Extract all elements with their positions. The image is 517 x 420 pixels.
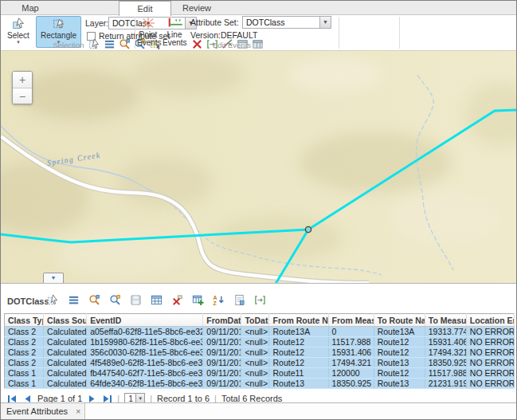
svg-text:Z: Z: [213, 300, 217, 306]
table-cell: 1b159980-62f8-11e5-8bc6-ee32641d5ec9: [87, 337, 203, 347]
table-cell: 09/11/2015: [203, 368, 241, 379]
layer-label: Layer:: [85, 18, 108, 28]
save-edits-icon[interactable]: [130, 294, 143, 307]
bottom-tab-bar: Event Attributes×: [1, 402, 516, 419]
table-cell: NO ERROR: [466, 368, 514, 379]
point-events-label: Point Events: [137, 31, 159, 47]
attribute-table: Class TypeClass SourceEventIDFromDateToD…: [4, 313, 515, 389]
append-records-icon[interactable]: [192, 294, 205, 307]
table-row[interactable]: Class 2Calculateda05effa0-62f8-11e5-8bc6…: [5, 327, 515, 337]
table-cell: Route13A: [374, 327, 425, 337]
panel-tools-row: AZ: [47, 294, 267, 307]
close-tab-icon[interactable]: ×: [76, 406, 80, 416]
point-events-button[interactable]: Point Events: [136, 16, 160, 48]
attribute-set-dropdown-arrow-icon[interactable]: ▼: [319, 17, 331, 28]
column-header-from-route-name[interactable]: From Route Name: [269, 314, 328, 327]
show-table-icon[interactable]: [151, 294, 163, 307]
table-cell: 21231.919: [425, 379, 466, 389]
table-cell: Calculated: [44, 327, 87, 337]
table-cell: Route12: [374, 337, 425, 347]
table-cell: Class 2: [5, 327, 44, 337]
table-row[interactable]: Class 1Calculatedfb447540-62f7-11e5-8bc6…: [5, 368, 515, 379]
table-cell: Route12: [269, 358, 328, 368]
table-cell: 19313.774: [425, 327, 466, 337]
column-header-to-route-name[interactable]: To Route Name: [374, 314, 425, 327]
table-cell: 18350.925: [328, 379, 374, 389]
table-cell: NO ERROR: [466, 379, 514, 389]
attribute-set-dropdown[interactable]: DOTClass ▼: [242, 16, 331, 29]
table-cell: NO ERROR: [466, 337, 514, 347]
options-menu-icon[interactable]: [68, 294, 80, 307]
column-header-to-measure[interactable]: To Measure: [425, 314, 466, 327]
table-cell: Class 1: [5, 368, 44, 379]
table-cell: <null>: [241, 368, 269, 379]
select-dropdown-caret[interactable]: ▾: [4, 40, 33, 44]
route-junction-marker[interactable]: [305, 226, 311, 232]
table-cell: a05effa0-62f8-11e5-8bc6-ee32641d5ec9: [87, 327, 203, 337]
select-records-icon[interactable]: [47, 294, 60, 307]
attribute-table-container: Class TypeClass SourceEventIDFromDateToD…: [4, 313, 513, 389]
table-cell: NO ERROR: [466, 358, 514, 368]
column-header-location-error[interactable]: Location Error: [466, 314, 514, 327]
previous-page-icon[interactable]: [22, 394, 33, 403]
table-cell: 0: [328, 327, 374, 337]
table-cell: Calculated: [44, 358, 87, 368]
page-number-value: 1: [128, 394, 133, 403]
table-row[interactable]: Class 2Calculated1b159980-62f8-11e5-8bc6…: [5, 337, 515, 347]
zoom-to-selection-icon[interactable]: [119, 38, 131, 51]
table-cell: 356c0030-62f8-11e5-8bc6-ee32641d5ec9: [87, 347, 203, 358]
zoom-to-record-icon[interactable]: [88, 294, 101, 307]
tab-review[interactable]: Review: [173, 1, 221, 15]
tab-event-attributes-label: Event Attributes: [6, 406, 68, 416]
table-cell: Calculated: [44, 347, 87, 358]
tab-event-attributes[interactable]: Event Attributes×: [1, 403, 85, 419]
selection-group-label: Selection: [33, 41, 104, 49]
sort-records-icon[interactable]: AZ: [213, 294, 225, 307]
select-tool-button[interactable]: Select ▾: [3, 16, 33, 48]
zoom-in-button[interactable]: +: [13, 72, 32, 88]
line-events-button[interactable]: Line Events: [162, 16, 187, 48]
column-header-todate[interactable]: ToDate: [241, 314, 269, 327]
table-cell: 09/11/2015: [203, 379, 241, 389]
table-row[interactable]: Class 1Calculated64fde340-62f8-11e5-8bc6…: [5, 379, 515, 389]
next-page-icon[interactable]: [87, 394, 97, 403]
identify-record-icon[interactable]: [233, 294, 246, 307]
panel-collapse-tab[interactable]: ▼: [43, 273, 64, 283]
column-header-fromdate[interactable]: FromDate: [203, 314, 241, 327]
column-header-class-source[interactable]: Class Source: [44, 314, 87, 327]
delete-record-icon[interactable]: [171, 294, 184, 307]
column-header-class-type[interactable]: Class Type: [5, 314, 44, 327]
column-header-eventid[interactable]: EventID: [87, 314, 203, 327]
table-cell: Calculated: [44, 368, 87, 379]
table-cell: Route13: [374, 379, 425, 389]
table-row[interactable]: Class 2Calculated4f5489e0-62f8-11e5-8bc6…: [5, 358, 515, 368]
last-page-icon[interactable]: [102, 394, 112, 403]
selection-list-icon[interactable]: [104, 38, 116, 51]
zoom-out-button[interactable]: −: [13, 88, 32, 104]
table-cell: Route13: [269, 379, 328, 389]
group-separator: [399, 17, 400, 49]
table-cell: 09/11/2015: [203, 358, 241, 368]
pan-to-record-icon[interactable]: [109, 294, 122, 307]
measure-extent-icon[interactable]: [254, 294, 267, 307]
map-view[interactable]: + − Spring Creek ▼: [1, 51, 516, 284]
svg-text:A: A: [213, 295, 217, 300]
table-cell: Class 2: [5, 337, 44, 347]
group-separator: [135, 17, 135, 49]
table-cell: <null>: [241, 337, 269, 347]
table-cell: <null>: [241, 358, 269, 368]
table-cell: NO ERROR: [466, 347, 514, 358]
table-cell: 11517.988: [328, 337, 374, 347]
table-cell: 15931.406: [425, 337, 466, 347]
table-cell: 18350.925: [425, 358, 466, 368]
tab-map[interactable]: Map: [7, 1, 53, 15]
table-row[interactable]: Class 2Calculated356c0030-62f8-11e5-8bc6…: [5, 347, 515, 358]
table-cell: Route12: [374, 347, 425, 358]
tab-edit[interactable]: Edit: [119, 1, 171, 16]
first-page-icon[interactable]: [7, 394, 18, 403]
group-separator: [339, 17, 339, 49]
line-events-label: Line Events: [163, 31, 186, 47]
table-cell: 11517.988: [425, 368, 466, 379]
column-header-from-measure[interactable]: From Measure: [328, 314, 374, 327]
table-cell: Class 2: [5, 358, 44, 368]
